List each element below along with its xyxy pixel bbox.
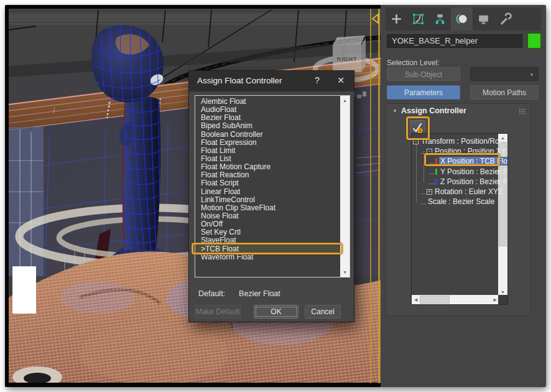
tree-leader-dots (420, 202, 426, 204)
motion-paths-tab-button[interactable]: Motion Paths (470, 85, 539, 100)
scrollbar-corner (498, 295, 507, 304)
rollout-drag-grip-icon[interactable] (519, 108, 526, 114)
track-color-marker (435, 179, 437, 185)
chevron-down-icon: ▼ (529, 72, 534, 78)
tab-utilities[interactable] (494, 7, 516, 30)
object-name-field[interactable]: YOKE_BASE_R_helper (387, 34, 522, 48)
controller-list-item[interactable]: SlaveFloat (195, 236, 350, 245)
tab-hierarchy[interactable] (429, 7, 451, 30)
tree-item-transform[interactable]: -Transform : Position/Rotat (413, 137, 501, 147)
scroll-up-icon[interactable]: ▲ (501, 136, 505, 140)
display-icon (477, 12, 490, 26)
controller-list-item[interactable]: LinkTimeControl (195, 196, 350, 204)
selection-level-label: Selection Level: (387, 58, 440, 67)
tree-leader-dots (420, 151, 426, 154)
tree-item-position[interactable]: -Position : Position XYZ (420, 147, 508, 157)
tree-leader-dots (429, 172, 435, 174)
modify-icon (412, 12, 425, 26)
controller-tree[interactable]: ▲ ▼ ◀ ▶ -Transform : Position/Rotat-Posi… (411, 133, 508, 305)
hierarchy-icon (433, 12, 447, 26)
controller-listbox[interactable]: Alembic FloatAudioFloatBezier FloatBiped… (195, 95, 350, 278)
motion-icon (455, 12, 468, 26)
tree-item-x[interactable]: X Position : TCB Floa (429, 157, 508, 167)
default-value: Bezier Float (239, 289, 280, 298)
object-color-swatch[interactable] (527, 33, 541, 49)
tree-leader-dots (429, 182, 435, 184)
controller-list-item[interactable]: Linear Float (195, 188, 350, 196)
tab-modify[interactable] (407, 7, 429, 30)
viewcube-face-label: RIGHT (337, 56, 358, 62)
tree-leader-dots (429, 161, 435, 164)
scroll-left-icon[interactable]: ◀ (414, 297, 417, 302)
tree-horizontal-scrollbar[interactable]: ◀ ▶ (412, 295, 499, 304)
tree-item-label: Scale : Bezier Scale (427, 197, 496, 206)
sub-object-button[interactable]: Sub-Object (387, 67, 460, 81)
tree-leader-dots (420, 192, 426, 194)
assign-float-controller-dialog: Assign Float Controller ? ✕ Alembic Floa… (188, 70, 354, 322)
assign-controller-rollout: ▼ Assign Controller ▲ ▼ (386, 103, 531, 316)
controller-list-item[interactable]: Boolean Controller (195, 131, 350, 139)
controller-list-item[interactable]: Float Script (195, 179, 350, 187)
scroll-down-icon[interactable]: ▼ (501, 290, 505, 294)
controller-list-item[interactable]: Motion Clip SlaveFloat (195, 204, 350, 212)
controller-list-item[interactable]: Biped SubAnim (195, 122, 350, 130)
command-panel-tabs (386, 7, 541, 30)
tree-item-label: Transform : Position/Rotat (420, 137, 501, 146)
list-vertical-scrollbar[interactable]: ▲ ▼ (340, 96, 350, 277)
cancel-button[interactable]: Cancel (305, 305, 341, 319)
tree-item-rotation[interactable]: +Rotation : Euler XYZ (420, 187, 508, 197)
controller-list-item[interactable]: Waveform Float (195, 253, 350, 261)
track-color-marker (435, 158, 437, 164)
scroll-down-icon[interactable]: ▼ (343, 270, 347, 274)
collapse-node-icon[interactable]: - (427, 149, 432, 154)
expand-node-icon[interactable]: + (427, 189, 432, 195)
tree-item-scale[interactable]: Scale : Bezier Scale (420, 197, 508, 207)
rollout-title: Assign Controller (401, 106, 466, 115)
tab-display[interactable] (473, 7, 494, 30)
controller-list-item[interactable]: Float Limit (195, 147, 350, 155)
command-panel: YOKE_BASE_R_helper Selection Level: Sub-… (381, 5, 546, 387)
dialog-title: Assign Float Controller (197, 76, 282, 85)
tab-motion[interactable] (451, 7, 473, 30)
scrollbar-thumb[interactable] (420, 296, 450, 304)
default-row: Default:Bezier Float (198, 289, 280, 298)
dialog-titlebar[interactable]: Assign Float Controller ? ✕ (189, 71, 354, 91)
tree-item-label: Rotation : Euler XYZ (433, 187, 504, 196)
make-default-button[interactable]: Make Default (195, 305, 241, 319)
tree-item-z[interactable]: Z Position : Bezier Flo (429, 177, 508, 187)
controller-list-item[interactable]: Float Expression (195, 139, 350, 147)
tree-item-y[interactable]: Y Position : Bezier Flo (429, 167, 508, 177)
sub-object-level-dropdown[interactable]: ▼ (470, 67, 539, 81)
ok-button[interactable]: OK (254, 305, 299, 319)
utilities-wrench-icon (499, 12, 512, 26)
default-label: Default: (198, 289, 225, 298)
track-color-marker (435, 169, 437, 175)
white-quad (12, 266, 36, 314)
dialog-close-button[interactable]: ✕ (335, 75, 346, 85)
tree-item-label: Z Position : Bezier Flo (439, 177, 508, 186)
tree-connector-line (416, 142, 417, 202)
tab-create[interactable] (386, 7, 407, 30)
rollout-collapse-icon: ▼ (392, 108, 397, 114)
dialog-help-button[interactable]: ? (312, 75, 323, 85)
3dsmax-app-window: RIGHT YOKE_BASE_R_helper Selection Level… (5, 5, 546, 387)
collapse-node-icon[interactable]: - (413, 139, 419, 144)
scroll-right-icon[interactable]: ▶ (494, 297, 497, 302)
screenshot-page: RIGHT YOKE_BASE_R_helper Selection Level… (0, 0, 551, 392)
rollout-header[interactable]: ▼ Assign Controller (386, 104, 530, 118)
tree-item-label: Position : Position XYZ (433, 147, 508, 156)
controller-list-item[interactable]: >TCB Float (195, 245, 350, 253)
tree-item-label: Y Position : Bezier Flo (439, 167, 508, 176)
scroll-up-icon[interactable]: ▲ (343, 98, 347, 103)
parameters-tab-button[interactable]: Parameters (387, 85, 460, 100)
tree-item-label: X Position : TCB Floa (439, 157, 508, 166)
create-plus-icon (390, 12, 403, 26)
